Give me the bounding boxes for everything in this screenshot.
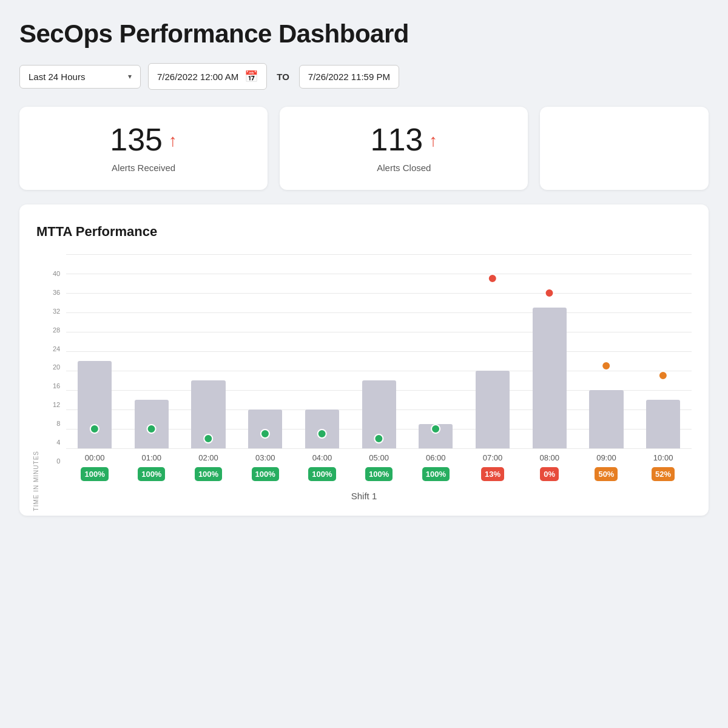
bar	[419, 424, 453, 448]
bar-col	[635, 254, 692, 448]
bar-col	[464, 254, 521, 448]
page-title: SecOps Performance Dashboard	[19, 19, 709, 49]
pct-badge-wrapper: 52%	[635, 467, 692, 481]
x-labels: 00:0001:0002:0003:0004:0005:0006:0007:00…	[66, 453, 692, 462]
bar	[533, 308, 567, 448]
bar-col	[294, 254, 351, 448]
bar	[248, 410, 282, 448]
bar	[78, 361, 112, 448]
bar	[646, 400, 680, 448]
chart-main: 00:0001:0002:0003:0004:0005:0006:0007:00…	[66, 254, 692, 481]
calendar-icon: 📅	[244, 70, 258, 83]
pct-badge-wrapper: 100%	[180, 467, 237, 481]
pct-badge: 50%	[595, 467, 618, 481]
metric-card-placeholder	[540, 107, 709, 190]
pct-badge-wrapper: 50%	[578, 467, 635, 481]
date-from-value: 7/26/2022 12:00 AM	[157, 72, 238, 82]
bars-row	[66, 254, 692, 448]
pct-badge: 100%	[252, 467, 279, 481]
x-label: 08:00	[521, 453, 578, 462]
bar-col	[521, 254, 578, 448]
trend-up-icon: ↑	[169, 132, 177, 149]
alerts-closed-label: Alerts Closed	[377, 163, 431, 173]
bar	[135, 400, 169, 448]
shift-label: Shift 1	[36, 491, 692, 501]
pct-badge-wrapper: 100%	[407, 467, 464, 481]
pct-badge-wrapper: 13%	[464, 467, 521, 481]
pct-badge: 52%	[652, 467, 675, 481]
pct-badge-wrapper: 100%	[294, 467, 351, 481]
date-to-input[interactable]: 7/26/2022 11:59 PM	[299, 65, 399, 89]
bar-col	[123, 254, 180, 448]
bar	[476, 371, 510, 448]
bar	[362, 380, 396, 448]
metrics-row: 135 ↑ Alerts Received 113 ↑ Alerts Close…	[19, 107, 709, 190]
x-label: 04:00	[294, 453, 351, 462]
filter-bar: Last 24 Hours ▾ 7/26/2022 12:00 AM 📅 TO …	[19, 63, 709, 90]
x-label: 01:00	[123, 453, 180, 462]
alerts-closed-value: 113 ↑	[370, 124, 437, 155]
x-label: 05:00	[351, 453, 408, 462]
alerts-received-label: Alerts Received	[112, 163, 175, 173]
time-range-label: Last 24 Hours	[29, 72, 85, 82]
y-axis-label: TIME IN MINUTES	[30, 451, 42, 511]
metric-card-alerts-received: 135 ↑ Alerts Received	[19, 107, 268, 190]
pct-badge: 100%	[422, 467, 450, 481]
bar-col	[66, 254, 123, 448]
pct-badge-wrapper: 100%	[351, 467, 408, 481]
pct-badge-wrapper: 100%	[123, 467, 180, 481]
x-label: 07:00	[464, 453, 521, 462]
x-label: 10:00	[635, 453, 692, 462]
pct-badge-wrapper: 100%	[237, 467, 294, 481]
pct-badge: 0%	[540, 467, 559, 481]
mtta-chart-card: MTTA Performance TIME IN MINUTES 40 36 3…	[19, 204, 709, 516]
to-label: TO	[274, 72, 292, 82]
date-from-input[interactable]: 7/26/2022 12:00 AM 📅	[148, 63, 267, 90]
bar-col	[237, 254, 294, 448]
time-range-select[interactable]: Last 24 Hours ▾	[19, 65, 141, 89]
pct-badge: 100%	[138, 467, 165, 481]
alerts-received-value: 135 ↑	[110, 124, 177, 155]
x-label: 09:00	[578, 453, 635, 462]
date-to-value: 7/26/2022 11:59 PM	[308, 72, 390, 82]
chevron-down-icon: ▾	[128, 72, 132, 81]
x-label: 02:00	[180, 453, 237, 462]
pct-badge-wrapper: 100%	[66, 467, 123, 481]
x-label: 03:00	[237, 453, 294, 462]
x-label: 06:00	[407, 453, 464, 462]
pct-badge: 13%	[481, 467, 504, 481]
pct-badge: 100%	[365, 467, 393, 481]
bar	[305, 410, 339, 448]
pct-badge: 100%	[81, 467, 108, 481]
chart-area: TIME IN MINUTES 40 36 32 28 24 20 16 12 …	[36, 254, 692, 481]
metric-card-alerts-closed: 113 ↑ Alerts Closed	[280, 107, 528, 190]
pct-badges: 100%100%100%100%100%100%100%13%0%50%52%	[66, 467, 692, 481]
chart-title: MTTA Performance	[36, 224, 692, 240]
trend-up-icon: ↑	[429, 132, 437, 149]
bar-col	[180, 254, 237, 448]
pct-badge: 100%	[308, 467, 335, 481]
grid-line	[66, 448, 692, 449]
bar-col	[578, 254, 635, 448]
y-axis: 40 36 32 28 24 20 16 12 8 4 0	[53, 271, 66, 465]
bar-col	[351, 254, 408, 448]
bar	[191, 380, 225, 448]
bar-col	[407, 254, 464, 448]
x-label: 00:00	[66, 453, 123, 462]
pct-badge-wrapper: 0%	[521, 467, 578, 481]
bar	[589, 390, 623, 448]
pct-badge: 100%	[195, 467, 222, 481]
